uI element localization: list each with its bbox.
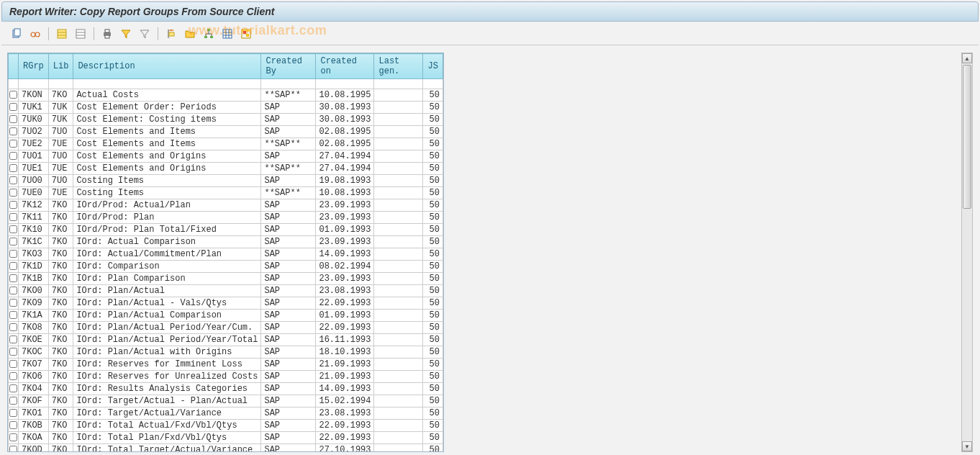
table-row[interactable]: 7K107KOIOrd/Prod: Plan Total/FixedSAP01.… bbox=[9, 224, 443, 236]
checkbox[interactable] bbox=[9, 176, 17, 184]
table-row[interactable]: 7K1A7KOIOrd: Plan/Actual ComparisonSAP01… bbox=[9, 310, 443, 322]
col-js[interactable]: JS bbox=[423, 54, 443, 79]
table-row[interactable]: 7KO17KOIOrd: Target/Actual/VarianceSAP23… bbox=[9, 407, 443, 420]
row-checkbox[interactable] bbox=[9, 322, 19, 334]
table-row[interactable]: 7KOF7KOIOrd: Target/Actual - Plan/Actual… bbox=[9, 395, 443, 407]
grid-icon[interactable] bbox=[219, 26, 235, 42]
print-icon[interactable] bbox=[99, 26, 115, 42]
checkbox[interactable] bbox=[9, 164, 17, 172]
vertical-scrollbar[interactable]: ▲ ▼ bbox=[961, 53, 973, 452]
row-checkbox[interactable] bbox=[9, 138, 19, 150]
glasses-icon[interactable] bbox=[27, 26, 43, 42]
col-rgrp[interactable]: RGrp bbox=[19, 54, 49, 79]
table-row[interactable]: 7K127KOIOrd/Prod: Actual/PlanSAP23.09.19… bbox=[9, 199, 443, 212]
row-checkbox[interactable] bbox=[9, 212, 19, 224]
checkbox[interactable] bbox=[9, 287, 17, 294]
table-row[interactable]: 7K1C7KOIOrd: Actual ComparisonSAP23.09.1… bbox=[9, 236, 443, 248]
folder-icon[interactable] bbox=[182, 26, 198, 42]
row-checkbox[interactable] bbox=[9, 89, 19, 102]
table-row[interactable]: 7KO87KOIOrd: Plan/Actual Period/Year/Cum… bbox=[9, 322, 443, 334]
checkbox[interactable] bbox=[9, 384, 17, 392]
row-checkbox[interactable] bbox=[9, 114, 19, 126]
row-checkbox[interactable] bbox=[9, 150, 19, 163]
checkbox[interactable] bbox=[9, 140, 17, 148]
checkbox[interactable] bbox=[9, 238, 17, 245]
checkbox[interactable] bbox=[9, 323, 17, 331]
row-checkbox[interactable] bbox=[9, 371, 19, 383]
table-row[interactable]: 7K1B7KOIOrd: Plan ComparisonSAP23.09.199… bbox=[9, 273, 443, 285]
table-row[interactable]: 7UK17UKCost Element Order: PeriodsSAP30.… bbox=[9, 102, 443, 114]
checkbox[interactable] bbox=[9, 250, 17, 258]
table-row[interactable]: 7UO27UOCost Elements and ItemsSAP02.08.1… bbox=[9, 126, 443, 138]
row-checkbox[interactable] bbox=[9, 297, 19, 310]
select-all-icon[interactable] bbox=[54, 26, 70, 42]
table-row[interactable]: 7K117KOIOrd/Prod: PlanSAP23.09.199350 bbox=[9, 212, 443, 224]
row-checkbox[interactable] bbox=[9, 420, 19, 432]
table-row[interactable]: 7KOA7KOIOrd: Total Plan/Fxd/Vbl/QtysSAP2… bbox=[9, 432, 443, 444]
checkbox[interactable] bbox=[9, 372, 17, 380]
checkbox[interactable] bbox=[9, 225, 17, 233]
deselect-all-icon[interactable] bbox=[73, 26, 89, 42]
checkbox[interactable] bbox=[9, 433, 17, 441]
row-checkbox[interactable] bbox=[9, 310, 19, 322]
checkbox[interactable] bbox=[9, 348, 17, 356]
table-row[interactable]: 7KOC7KOIOrd: Plan/Actual with OriginsSAP… bbox=[9, 346, 443, 359]
row-checkbox[interactable] bbox=[9, 187, 19, 199]
row-checkbox[interactable] bbox=[9, 432, 19, 444]
checkbox[interactable] bbox=[9, 311, 17, 319]
checkbox[interactable] bbox=[9, 446, 17, 452]
checkbox[interactable] bbox=[9, 274, 17, 282]
checkbox[interactable] bbox=[9, 409, 17, 417]
table-row[interactable]: 7UO07UOCosting ItemsSAP19.08.199350 bbox=[9, 175, 443, 187]
row-checkbox[interactable] bbox=[9, 334, 19, 346]
checkbox[interactable] bbox=[9, 397, 17, 405]
row-checkbox[interactable] bbox=[9, 248, 19, 261]
scroll-up-icon[interactable]: ▲ bbox=[962, 53, 972, 63]
row-checkbox[interactable] bbox=[9, 175, 19, 187]
layout-icon[interactable] bbox=[238, 26, 254, 42]
checkbox[interactable] bbox=[9, 115, 17, 123]
checkbox[interactable] bbox=[9, 127, 17, 135]
row-checkbox[interactable] bbox=[9, 383, 19, 395]
table-row[interactable]: 7KO37KOIOrd: Actual/Commitment/PlanSAP14… bbox=[9, 248, 443, 261]
table-row[interactable]: 7KO77KOIOrd: Reserves for Imminent LossS… bbox=[9, 359, 443, 371]
checkbox[interactable] bbox=[9, 201, 17, 209]
table-row[interactable]: 7KOE7KOIOrd: Plan/Actual Period/Year/Tot… bbox=[9, 334, 443, 346]
flag-icon[interactable] bbox=[163, 26, 179, 42]
checkbox[interactable] bbox=[9, 421, 17, 429]
table-row[interactable]: 7UE27UECost Elements and Items**SAP**02.… bbox=[9, 138, 443, 150]
hierarchy-icon[interactable] bbox=[201, 26, 217, 42]
copy-icon[interactable] bbox=[9, 26, 24, 42]
col-lib[interactable]: Lib bbox=[48, 54, 73, 79]
table-row[interactable]: 7KO47KOIOrd: Results Analysis Categories… bbox=[9, 383, 443, 395]
col-created-by[interactable]: Created By bbox=[261, 54, 316, 79]
row-checkbox[interactable] bbox=[9, 126, 19, 138]
table-row[interactable]: 7KO67KOIOrd: Reserves for Unrealized Cos… bbox=[9, 371, 443, 383]
row-checkbox[interactable] bbox=[9, 359, 19, 371]
scroll-thumb[interactable] bbox=[963, 65, 971, 209]
row-checkbox[interactable] bbox=[9, 407, 19, 420]
row-checkbox[interactable] bbox=[9, 285, 19, 297]
checkbox[interactable] bbox=[9, 91, 17, 99]
table-row[interactable]: 7UK07UKCost Element: Costing itemsSAP30.… bbox=[9, 114, 443, 126]
row-checkbox[interactable] bbox=[9, 346, 19, 359]
col-created-on[interactable]: Created on bbox=[316, 54, 374, 79]
row-checkbox[interactable] bbox=[9, 163, 19, 175]
table-row[interactable]: 7UE07UECosting Items**SAP**10.08.199350 bbox=[9, 187, 443, 199]
checkbox[interactable] bbox=[9, 262, 17, 270]
checkbox[interactable] bbox=[9, 103, 17, 111]
col-description[interactable]: Description bbox=[73, 54, 261, 79]
table-row[interactable]: 7UE17UECost Elements and Origins**SAP**2… bbox=[9, 163, 443, 175]
row-checkbox[interactable] bbox=[9, 273, 19, 285]
table-row[interactable]: 7KO97KOIOrd: Plan/Actual - Vals/QtysSAP2… bbox=[9, 297, 443, 310]
table-row[interactable]: 7KO07KOIOrd: Plan/ActualSAP23.08.199350 bbox=[9, 285, 443, 297]
checkbox[interactable] bbox=[9, 335, 17, 343]
col-checkbox[interactable] bbox=[9, 54, 19, 79]
row-checkbox[interactable] bbox=[9, 224, 19, 236]
row-checkbox[interactable] bbox=[9, 199, 19, 212]
table-row[interactable]: 7KOD7KOIOrd: Total Target/Actual/Varianc… bbox=[9, 444, 443, 453]
checkbox[interactable] bbox=[9, 189, 17, 197]
checkbox[interactable] bbox=[9, 360, 17, 368]
table-row[interactable]: 7KOB7KOIOrd: Total Actual/Fxd/Vbl/QtysSA… bbox=[9, 420, 443, 432]
table-row[interactable]: 7KON7KOActual Costs**SAP**10.08.199550 bbox=[9, 89, 443, 102]
